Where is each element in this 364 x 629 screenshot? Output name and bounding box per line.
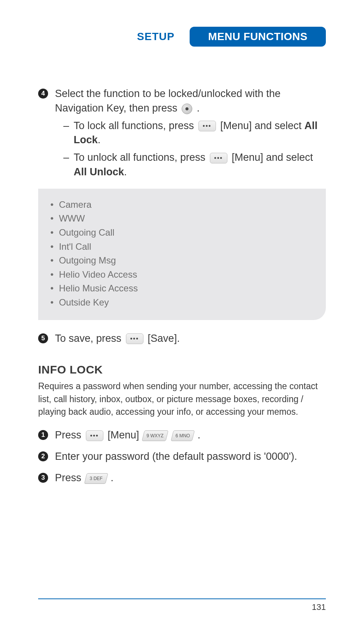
- function-item: WWW: [50, 212, 314, 225]
- info-lock-description: Requires a password when sending your nu…: [38, 380, 326, 418]
- setup-label: SETUP: [137, 31, 174, 43]
- step-number-badge-4: 4: [38, 89, 48, 99]
- s1-text-b: [Menu]: [108, 429, 142, 441]
- step-4-text-b: .: [197, 102, 200, 114]
- step-number-badge-5: 5: [38, 333, 48, 343]
- sub1-text-a: To lock all functions, press: [74, 120, 197, 131]
- footer-rule: [38, 598, 326, 599]
- function-item: Helio Music Access: [50, 282, 314, 295]
- page-content: 4 Select the function to be locked/unloc…: [38, 87, 326, 485]
- function-item: Helio Video Access: [50, 268, 314, 281]
- step-4: 4 Select the function to be locked/unloc…: [38, 87, 326, 179]
- info-step-1: 1 Press ••• [Menu] 9 WXYZ 6 MNO .: [38, 428, 326, 443]
- step-number-badge-1: 1: [38, 430, 48, 440]
- step-5: 5 To save, press ••• [Save].: [38, 331, 326, 346]
- sub2-text-b: [Menu] and select: [232, 152, 313, 163]
- info-step-2: 2 Enter your password (the default passw…: [38, 450, 326, 464]
- key-9-icon: 9 WXYZ: [142, 430, 169, 441]
- info-lock-heading: INFO LOCK: [38, 362, 326, 378]
- info-step-3: 3 Press 3 DEF .: [38, 471, 326, 485]
- step-4-body: Select the function to be locked/unlocke…: [55, 87, 326, 179]
- function-item: Outside Key: [50, 296, 314, 309]
- s1-text-a: Press: [55, 429, 84, 441]
- sub2-text-c: .: [124, 166, 127, 178]
- info-step-1-body: Press ••• [Menu] 9 WXYZ 6 MNO .: [55, 428, 200, 443]
- s3-text-a: Press: [55, 472, 84, 483]
- page-number: 131: [312, 602, 326, 612]
- menu-key-icon: •••: [86, 430, 103, 441]
- menu-functions-pill: MENU FUNCTIONS: [190, 27, 326, 47]
- step-4-sublist: – To lock all functions, press ••• [Menu…: [55, 119, 326, 179]
- dash-icon: –: [63, 150, 69, 179]
- dash-icon: –: [63, 119, 69, 148]
- step-5-text-a: To save, press: [55, 333, 124, 344]
- step-number-badge-3: 3: [38, 473, 48, 483]
- sub-item-unlock-all: – To unlock all functions, press ••• [Me…: [55, 150, 326, 179]
- menu-key-icon: •••: [198, 121, 216, 131]
- functions-list-box: Camera WWW Outgoing Call Int'l Call Outg…: [38, 189, 326, 320]
- sub1-text-c: .: [98, 134, 101, 146]
- save-key-icon: •••: [126, 333, 143, 344]
- key-6-icon: 6 MNO: [171, 430, 195, 441]
- function-item: Int'l Call: [50, 240, 314, 253]
- all-unlock-label: All Unlock: [74, 166, 124, 178]
- ok-key-icon: [182, 103, 192, 114]
- s1-text-c: .: [198, 429, 201, 441]
- menu-key-icon: •••: [210, 153, 227, 163]
- page-header: SETUP MENU FUNCTIONS: [38, 27, 326, 47]
- s3-text-b: .: [111, 472, 114, 483]
- step-number-badge-2: 2: [38, 451, 48, 461]
- sub-item-lock-all: – To lock all functions, press ••• [Menu…: [55, 119, 326, 148]
- function-item: Outgoing Call: [50, 226, 314, 239]
- step-4-text-a: Select the function to be locked/unlocke…: [55, 88, 280, 114]
- key-3-icon: 3 DEF: [84, 473, 108, 484]
- sub1-text-b: [Menu] and select: [220, 120, 304, 131]
- function-item: Outgoing Msg: [50, 254, 314, 267]
- step-5-text-b: [Save].: [148, 333, 180, 344]
- function-item: Camera: [50, 198, 314, 211]
- info-step-2-body: Enter your password (the default passwor…: [55, 450, 297, 464]
- info-step-3-body: Press 3 DEF .: [55, 471, 114, 485]
- sub2-text-a: To unlock all functions, press: [74, 152, 208, 163]
- step-5-body: To save, press ••• [Save].: [55, 331, 180, 346]
